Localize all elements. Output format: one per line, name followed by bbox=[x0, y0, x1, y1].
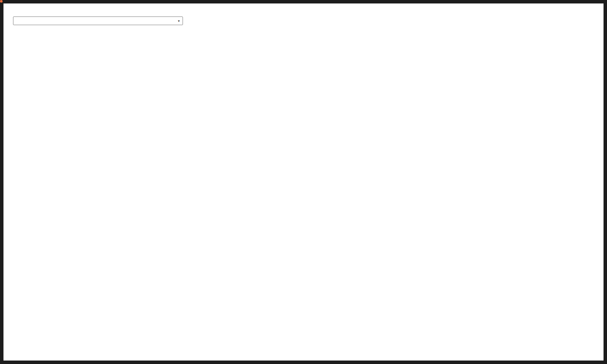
scenario-select[interactable]: ▼ bbox=[13, 16, 183, 25]
scenario-row: ▼ bbox=[9, 16, 604, 25]
chevron-down-icon: ▼ bbox=[177, 20, 180, 23]
app-window: ▼ bbox=[3, 3, 604, 361]
client-name bbox=[3, 3, 604, 8]
planned-distribution-highlight bbox=[0, 0, 3, 3]
